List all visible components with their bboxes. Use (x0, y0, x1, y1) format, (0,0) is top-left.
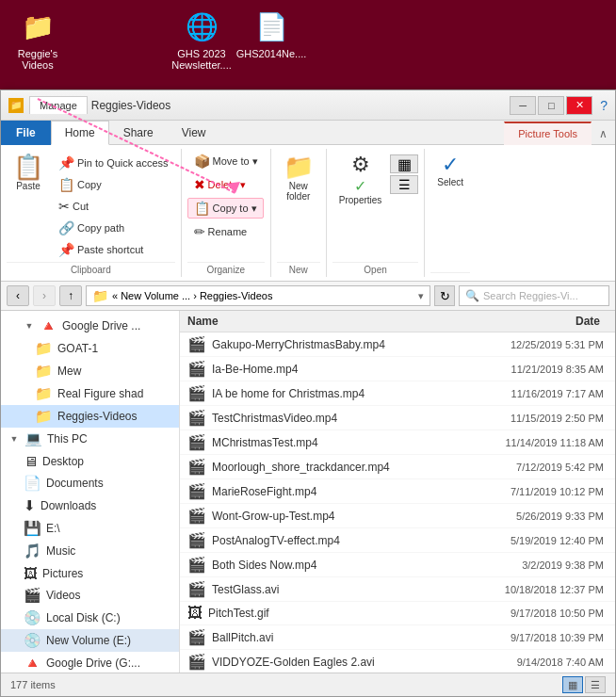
sidebar-item-desktop[interactable]: 🖥 Desktop (1, 450, 179, 472)
properties-button[interactable]: ⚙ ✓ Properties (332, 151, 389, 209)
rename-button[interactable]: ✏ Rename (187, 221, 254, 242)
file-name: BallPitch.avi (212, 631, 457, 644)
file-type-icon: 🎬 (187, 653, 206, 671)
copy-path-button[interactable]: 🔗 Copy path (52, 218, 175, 238)
address-input[interactable]: 📁 « New Volume ... › Reggies-Videos ▾ (86, 285, 430, 306)
ribbon-content: 📋 Paste 📌 Pin to Quick access 📋 Copy (1, 145, 615, 281)
sidebar-item-music[interactable]: 🎵 Music (1, 540, 179, 562)
table-row[interactable]: 🎬 PostAnalogTV-effect.mp4 5/19/2019 12:4… (180, 528, 615, 553)
table-row[interactable]: 🎬 MChristmasTest.mp4 11/14/2019 11:18 AM (180, 430, 615, 455)
documents-icon: 📄 (24, 475, 41, 492)
file-type-icon: 🎬 (187, 409, 206, 427)
sidebar-item-real-figure[interactable]: 📁 Real Figure shad (1, 382, 179, 405)
table-row[interactable]: 🎬 IA be home for Christmas.mp4 11/16/201… (180, 381, 615, 406)
table-row[interactable]: 🎬 TestGlass.avi 10/18/2018 12:37 PM (180, 577, 615, 602)
file-type-icon: 🎬 (187, 482, 206, 500)
desktop-icon-sidebar: 🖥 (24, 453, 38, 469)
delete-icon: ✖ (194, 177, 205, 192)
cut-button[interactable]: ✂ Cut (52, 196, 175, 217)
delete-button[interactable]: ✖ Delete ▾ (187, 174, 253, 195)
copy-to-button[interactable]: 📋 Copy to ▾ (187, 198, 264, 219)
desktop-icon-reggies[interactable]: 📁 Reggie's Videos (8, 8, 68, 71)
table-row[interactable]: 🖼 PitchTest.gif 9/17/2018 10:50 PM (180, 602, 615, 625)
file-date: 10/18/2018 12:37 PM (457, 584, 608, 595)
close-button[interactable]: ✕ (566, 96, 592, 115)
search-box[interactable]: 🔍 Search Reggies-Vi... (459, 285, 609, 306)
table-row[interactable]: 🎬 BallPitch.avi 9/17/2018 10:39 PM (180, 625, 615, 650)
sidebar-item-videos[interactable]: 🎬 Videos (1, 584, 179, 607)
table-row[interactable]: 🎬 VIDDYOZE-Golden Eagles 2.avi 9/14/2018… (180, 650, 615, 673)
sidebar-label-mew: Mew (57, 365, 81, 378)
grid-view-button[interactable]: ▦ (562, 676, 583, 693)
refresh-button[interactable]: ↻ (434, 285, 455, 306)
desktop-icon-ghs2023[interactable]: 🌐 GHS 2023 Newsletter.... (171, 8, 232, 71)
copy-button[interactable]: 📋 Copy (52, 174, 175, 195)
sidebar-item-e-drive[interactable]: 💾 E:\ (1, 517, 179, 540)
tab-file[interactable]: File (1, 121, 51, 145)
ghs2014-icon: 📄 (252, 8, 290, 45)
sidebar-item-this-pc[interactable]: ▼ 💻 This PC (1, 428, 179, 450)
table-row[interactable]: 🎬 Moorlough_shore_trackdancer.mp4 7/12/2… (180, 455, 615, 479)
sidebar-item-reggies-videos[interactable]: 📁 Reggies-Videos (1, 405, 179, 428)
folder-icon-mew: 📁 (35, 363, 53, 380)
copy-path-icon: 🔗 (58, 220, 74, 235)
move-to-button[interactable]: 📦 Move to ▾ (187, 151, 265, 171)
sidebar-item-new-volume[interactable]: 💿 New Volume (E:) (1, 629, 179, 652)
sidebar-item-mew[interactable]: 📁 Mew (1, 360, 179, 382)
sidebar-item-documents[interactable]: 📄 Documents (1, 472, 179, 494)
desktop-icon-ghs2014[interactable]: 📄 GHS2014Ne.... (241, 8, 301, 71)
column-name[interactable]: Name (187, 315, 457, 328)
new-folder-button[interactable]: 📁 New folder (277, 151, 320, 205)
file-type-icon: 🎬 (187, 335, 206, 353)
manage-tab[interactable]: Manage (29, 96, 88, 114)
sidebar-item-pictures[interactable]: 🖼 Pictures (1, 562, 179, 584)
up-button[interactable]: ↑ (59, 285, 82, 306)
table-row[interactable]: 🎬 Ia-Be-Home.mp4 11/21/2019 8:35 AM (180, 357, 615, 381)
open-options-icon2[interactable]: ☰ (390, 175, 418, 194)
tab-home[interactable]: Home (51, 121, 109, 145)
file-date: 9/17/2018 10:39 PM (457, 632, 608, 643)
clipboard-group-label: Clipboard (7, 262, 175, 277)
file-name: Moorlough_shore_trackdancer.mp4 (212, 461, 457, 474)
copy-to-icon: 📋 (194, 201, 210, 216)
sidebar-item-downloads[interactable]: ⬇ Downloads (1, 494, 179, 517)
pin-quick-access-button[interactable]: 📌 Pin to Quick access (52, 153, 175, 173)
list-view-button[interactable]: ☰ (585, 676, 606, 693)
sidebar-item-google-drive[interactable]: ▼ 🔺 Google Drive ... (1, 315, 179, 337)
select-button[interactable]: ✓ Select (430, 151, 470, 191)
tab-share[interactable]: Share (109, 121, 168, 145)
clipboard-group: 📋 Paste 📌 Pin to Quick access 📋 Copy (1, 149, 182, 277)
back-button[interactable]: ‹ (7, 285, 29, 306)
column-date[interactable]: Date (457, 315, 608, 328)
paste-shortcut-button[interactable]: 📌 Paste shortcut (52, 239, 175, 260)
tab-view[interactable]: View (168, 121, 220, 145)
sidebar-item-google-drive-g[interactable]: 🔺 Google Drive (G:... (1, 652, 179, 673)
address-dropdown-icon[interactable]: ▾ (418, 290, 424, 302)
open-options-icon[interactable]: ▦ (390, 154, 418, 173)
maximize-button[interactable]: □ (538, 96, 564, 115)
table-row[interactable]: 🎬 MarieRoseFight.mp4 7/11/2019 10:12 PM (180, 479, 615, 504)
organize-buttons: 📦 Move to ▾ ✖ Delete ▾ 📋 Copy to ▾ ✏ Ren… (187, 149, 265, 262)
table-row[interactable]: 🎬 Gakupo-MerryChristmasBaby.mp4 12/25/20… (180, 332, 615, 357)
table-row[interactable]: 🎬 Both Sides Now.mp4 3/2/2019 9:38 PM (180, 553, 615, 577)
folder-icon-reggies: 📁 (35, 408, 53, 425)
file-date: 7/11/2019 10:12 PM (457, 486, 608, 497)
ribbon-tab-bar: File Home Share View Picture Tools ∧ (1, 121, 615, 145)
minimize-button[interactable]: ─ (510, 96, 536, 115)
table-row[interactable]: 🎬 TestChristmasVideo.mp4 11/15/2019 2:50… (180, 406, 615, 430)
sidebar-item-local-disk[interactable]: 💿 Local Disk (C:) (1, 607, 179, 629)
forward-button[interactable]: › (33, 285, 56, 306)
ribbon-collapse-button[interactable]: ∧ (592, 123, 615, 144)
sidebar-item-goat1[interactable]: 📁 GOAT-1 (1, 337, 179, 360)
paste-button[interactable]: 📋 Paste (7, 151, 50, 195)
copy-icon: 📋 (58, 177, 74, 192)
sidebar-label-e-drive: E:\ (46, 522, 60, 535)
tab-picture-tools[interactable]: Picture Tools (504, 122, 592, 145)
table-row[interactable]: 🎬 Wont-Grow-up-Test.mp4 5/26/2019 9:33 P… (180, 504, 615, 528)
sidebar-label-documents: Documents (46, 477, 104, 490)
help-button[interactable]: ? (600, 98, 608, 113)
folder-icon: 📁 (35, 340, 53, 357)
file-date: 9/17/2018 10:50 PM (457, 608, 608, 619)
file-list: Name Date 🎬 Gakupo-MerryChristmasBaby.mp… (180, 311, 615, 673)
file-type-icon: 🎬 (187, 433, 206, 451)
